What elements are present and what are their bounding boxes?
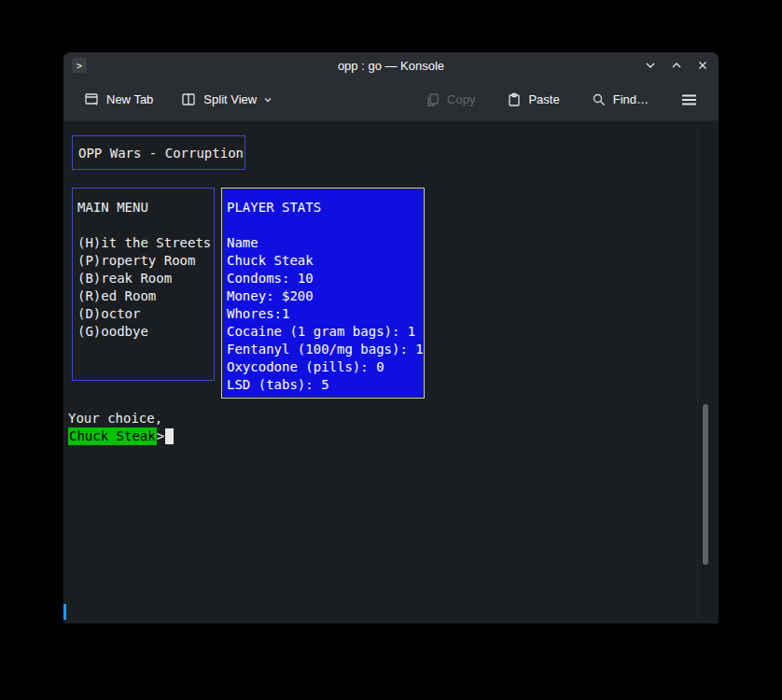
paste-icon: [507, 92, 522, 107]
paste-button[interactable]: Paste: [499, 87, 566, 113]
menu-item: (R)ed Room: [77, 287, 214, 305]
stats-line: Fentanyl (100/mg bags): 1: [227, 341, 423, 358]
prompt-suffix: >: [157, 427, 164, 445]
game-title: OPP Wars - Corruption: [78, 146, 244, 161]
game-title-box: OPP Wars - Corruption: [72, 135, 245, 170]
stats-line: Cocaine (1 gram bags): 1: [227, 323, 423, 341]
new-tab-button[interactable]: New Tab: [77, 86, 161, 113]
player-name-highlight: Chuck Steak: [68, 427, 157, 445]
player-stats-fill: PLAYER STATS Name Chuck Steak Condoms: 1…: [223, 189, 423, 397]
find-label: Find…: [613, 92, 649, 106]
main-menu-box: MAIN MENU (H)it the Streets (P)roperty R…: [72, 188, 215, 381]
paste-label: Paste: [528, 92, 559, 106]
scrollbar-thumb[interactable]: [703, 404, 708, 565]
split-view-button[interactable]: Split View: [174, 86, 280, 113]
scrollbar-track[interactable]: [697, 124, 698, 621]
find-button[interactable]: Find…: [584, 87, 656, 113]
stats-line: Chuck Steak: [227, 252, 423, 270]
player-stats-title: PLAYER STATS: [227, 199, 423, 217]
terminal-cursor: [165, 428, 174, 444]
konsole-app-icon: >: [72, 58, 87, 73]
terminal-output-area[interactable]: OPP Wars - Corruption MAIN MENU (H)it th…: [63, 121, 719, 623]
menu-item: (D)octor: [77, 305, 214, 323]
new-tab-label: New Tab: [106, 92, 153, 106]
input-line[interactable]: Chuck Steak >: [68, 427, 174, 445]
chevron-down-icon: [263, 95, 272, 105]
window-title: opp : go — Konsole: [63, 59, 719, 73]
stats-line: Whores:1: [227, 305, 423, 323]
player-stats-box: PLAYER STATS Name Chuck Steak Condoms: 1…: [221, 188, 425, 399]
stats-line: LSD (tabs): 5: [227, 376, 423, 394]
scroll-position-indicator: [63, 604, 66, 620]
copy-icon: [426, 92, 440, 107]
hamburger-menu-button[interactable]: [673, 87, 705, 113]
toolbar: New Tab Split View: [63, 78, 719, 121]
desktop-background: > opp : go — Konsole: [0, 0, 782, 700]
prompt-line: Your choice,: [68, 410, 162, 427]
copy-button[interactable]: Copy: [418, 87, 482, 113]
stats-line: Oxycodone (pills): 0: [227, 358, 423, 376]
hamburger-icon: [680, 92, 698, 107]
split-view-icon: [181, 91, 197, 107]
main-menu-title: MAIN MENU: [77, 199, 214, 217]
chevron-down-icon: [644, 59, 657, 72]
copy-label: Copy: [447, 92, 475, 106]
new-tab-icon: [84, 91, 100, 107]
search-icon: [592, 92, 607, 107]
menu-item: (H)it the Streets: [77, 234, 214, 252]
stats-line: Condoms: 10: [227, 270, 423, 287]
minimize-button[interactable]: [642, 57, 659, 74]
menu-item: (B)reak Room: [77, 270, 214, 287]
chevron-up-icon: [670, 59, 683, 72]
konsole-window: > opp : go — Konsole: [63, 52, 719, 623]
titlebar[interactable]: > opp : go — Konsole: [63, 52, 719, 78]
stats-line: Money: $200: [227, 287, 423, 305]
stats-line: Name: [227, 234, 423, 252]
close-button[interactable]: [694, 57, 711, 74]
menu-item: (G)oodbye: [77, 323, 214, 341]
blank-line: [227, 217, 423, 234]
close-icon: [696, 59, 709, 72]
blank-line: [77, 217, 214, 234]
maximize-button[interactable]: [668, 57, 685, 74]
split-view-label: Split View: [203, 92, 257, 106]
menu-item: (P)roperty Room: [77, 252, 214, 270]
